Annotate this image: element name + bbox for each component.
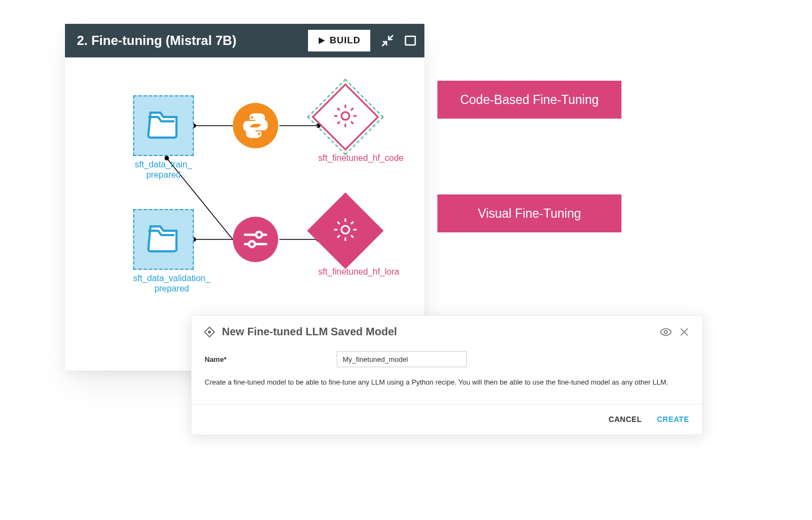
folder-icon (146, 224, 181, 255)
python-recipe-node[interactable] (233, 103, 278, 148)
label-visual: Visual Fine-Tuning (437, 194, 621, 232)
svg-rect-3 (405, 36, 415, 45)
modal-description: Create a fine-tuned model to be able to … (205, 377, 689, 388)
flow-panel-header: 2. Fine-tuning (Mistral 7B) BUILD (65, 24, 424, 57)
play-icon (318, 37, 325, 44)
svg-point-16 (256, 232, 262, 238)
dataset-train-node[interactable]: sft_data_train_prepared (133, 95, 194, 180)
model-lora-label: sft_finetuned_hf_lora (318, 266, 399, 277)
create-button[interactable]: CREATE (657, 415, 689, 424)
model-code-label: sft_finetuned_hf_code (318, 153, 403, 163)
modal-title: New Fine-tuned LLM Saved Model (222, 326, 653, 338)
model-code-diamond (318, 90, 372, 144)
build-button[interactable]: BUILD (308, 30, 370, 51)
new-model-modal: New Fine-tuned LLM Saved Model Name* Cre… (191, 315, 703, 435)
python-recipe-circle (233, 103, 278, 148)
gear-diamond-icon (204, 326, 215, 338)
folder-icon (146, 110, 181, 141)
svg-point-18 (249, 241, 255, 247)
modal-footer: CANCEL CREATE (192, 404, 702, 434)
modal-body: Name* Create a fine-tuned model to be ab… (192, 346, 702, 404)
svg-point-22 (664, 330, 667, 334)
visual-recipe-node[interactable] (233, 217, 278, 262)
dataset-train-label: sft_data_train_prepared (133, 159, 194, 180)
dataset-validation-node[interactable]: sft_data_validation_prepared (133, 209, 210, 294)
modal-header: New Fine-tuned LLM Saved Model (192, 316, 702, 346)
name-label: Name* (205, 355, 337, 363)
name-row: Name* (205, 351, 689, 367)
model-lora-diamond (318, 204, 372, 258)
build-button-label: BUILD (330, 35, 361, 46)
svg-point-21 (208, 330, 211, 334)
python-icon (241, 112, 270, 140)
sliders-icon (241, 225, 270, 253)
label-code-based: Code-Based Fine-Tuning (437, 81, 621, 119)
model-code-node[interactable]: sft_finetuned_hf_code (318, 90, 403, 163)
maximize-icon[interactable] (404, 34, 417, 47)
svg-marker-0 (319, 37, 325, 44)
gear-icon (332, 102, 359, 129)
svg-point-19 (342, 226, 350, 234)
svg-point-14 (342, 112, 350, 120)
eye-icon[interactable] (660, 326, 672, 338)
visual-recipe-circle (233, 217, 278, 262)
model-lora-node[interactable]: sft_finetuned_hf_lora (318, 204, 399, 277)
dataset-validation-box (133, 209, 194, 270)
flow-title: 2. Fine-tuning (Mistral 7B) (77, 33, 308, 48)
close-icon[interactable] (678, 326, 690, 338)
collapse-icon[interactable] (381, 34, 394, 47)
dataset-validation-label: sft_data_validation_prepared (133, 273, 210, 294)
name-input[interactable] (337, 351, 467, 367)
cancel-button[interactable]: CANCEL (608, 415, 641, 424)
gear-icon (332, 216, 359, 243)
dataset-train-box (133, 95, 194, 156)
